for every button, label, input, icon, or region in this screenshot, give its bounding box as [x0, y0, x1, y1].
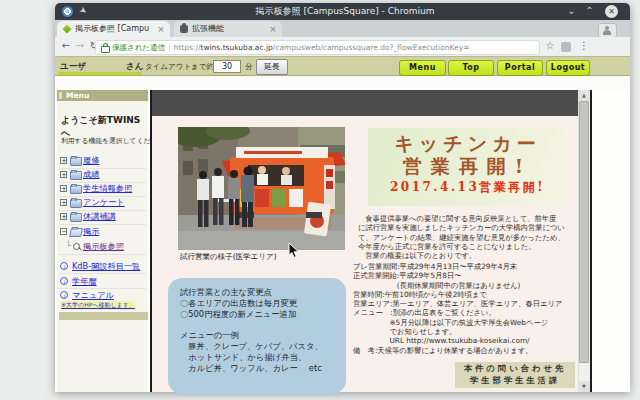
- expand-plus-icon[interactable]: +: [60, 213, 67, 220]
- info-icon: i: [60, 291, 68, 299]
- sidebar-menu: Menu ようこそ新TWINSへ 利用する機能を選択してください + 履修 + …: [57, 90, 148, 392]
- sidebar-item-grades[interactable]: + 成績: [59, 168, 146, 183]
- logout-button[interactable]: Logout: [546, 60, 590, 76]
- magnifier-icon: [73, 243, 80, 250]
- contact-box: 本件の問い合わせ先 学生部学生生活課: [455, 362, 575, 388]
- info-icon: i: [60, 277, 68, 285]
- announcement-paragraph: 食事提供事業への要望に関する意向反映策として、前年度 に試行営業を実施しましたキ…: [358, 214, 580, 260]
- extend-button[interactable]: 延長: [256, 59, 288, 75]
- sidebar-link[interactable]: 学生情報参照: [83, 183, 132, 194]
- tab-label: 掲示板参照 [Campu: [75, 23, 153, 35]
- security-label: 保護された通信: [112, 41, 165, 54]
- minutes-label: 分: [245, 62, 253, 72]
- address-bar: ← → ↻ 保護された通信|https://twins.tsukuba.ac.j…: [55, 37, 630, 57]
- tab-close-icon[interactable]: ×: [156, 23, 166, 35]
- url-path: /campusweb/campussquare.do?_flowExecutio…: [273, 41, 470, 54]
- expand-plus-icon[interactable]: +: [60, 171, 67, 178]
- sidebar-link[interactable]: 成績: [83, 169, 99, 180]
- window-title: 掲示板参照 [CampusSquare] - Chromium: [175, 5, 515, 18]
- sidebar-item-kdb[interactable]: i KdB-開設科目一覧: [59, 260, 146, 274]
- forward-button[interactable]: →: [73, 39, 87, 53]
- scrollbar-thumb[interactable]: [579, 101, 589, 363]
- collapse-minus-icon[interactable]: −: [60, 228, 67, 235]
- sidebar-link[interactable]: アンケート: [83, 197, 125, 208]
- browser-window: ➤ 掲示板参照 [CampusSquare] - Chromium ⌄ ⌃ ✕ …: [55, 3, 630, 392]
- tab-strip: 掲示板参照 [Campu × 拡張機能 ×: [55, 20, 630, 37]
- kitchen-car-photo: [178, 127, 345, 250]
- folder-icon: [70, 171, 82, 180]
- tab-bulletin-board[interactable]: 掲示板参照 [Campu ×: [57, 21, 170, 37]
- instruction-text: 利用する機能を選択してください: [61, 136, 164, 146]
- maximize-button[interactable]: ⌃: [583, 6, 596, 18]
- tab-extensions[interactable]: 拡張機能 ×: [174, 21, 282, 37]
- banner-line2: 営業再開!: [368, 155, 567, 178]
- folder-icon: [70, 213, 82, 222]
- portal-toolbar: ユーザ さん タイムアウトまで約 30 分 延長 Menu Off Top Me…: [55, 56, 630, 76]
- folder-icon: [70, 185, 82, 194]
- page-body: Menu ようこそ新TWINSへ 利用する機能を選択してください + 履修 + …: [55, 90, 630, 392]
- desktop: ➤ 掲示板参照 [CampusSquare] - Chromium ⌄ ⌃ ✕ …: [0, 0, 640, 400]
- banner-line1: キッチンカー: [368, 132, 567, 155]
- sidebar-item-notices[interactable]: − 掲示: [59, 225, 146, 239]
- sidebar-item-cancelled-classes[interactable]: + 休講補講: [59, 210, 146, 225]
- campussquare-favicon-icon: [62, 24, 71, 33]
- sidebar-link[interactable]: マニュアル: [72, 290, 114, 301]
- tree-elbow-icon: └: [66, 241, 71, 250]
- tab-close-icon[interactable]: ×: [268, 23, 278, 35]
- folder-icon: [70, 199, 82, 208]
- business-details: プレ営業期間:平成29年4月13日〜平成29年4月末 正式営業開始:平成29年5…: [353, 262, 585, 355]
- scroll-up-icon[interactable]: ▲: [578, 90, 590, 101]
- expand-plus-icon[interactable]: +: [60, 185, 67, 192]
- minimize-button[interactable]: ⌄: [565, 6, 578, 18]
- pin-icon: ➤: [77, 4, 92, 19]
- open-folder-icon: [69, 228, 83, 237]
- title-bar[interactable]: ➤ 掲示板参照 [CampusSquare] - Chromium ⌄ ⌃ ✕: [55, 3, 630, 20]
- expand-plus-icon[interactable]: +: [60, 199, 67, 206]
- sidebar-item-bulletin-board[interactable]: └ 掲示板参照: [59, 240, 146, 255]
- back-button[interactable]: ←: [59, 39, 73, 53]
- san-label: さん: [126, 61, 143, 73]
- close-button[interactable]: ✕: [605, 5, 618, 18]
- photo-caption: 試行営業の様子(医学エリア): [180, 252, 277, 262]
- menu-off-button[interactable]: Menu Off: [399, 60, 446, 76]
- top-menu-button[interactable]: Top Menu: [448, 60, 494, 76]
- lock-icon: [101, 46, 110, 53]
- page-margin: [55, 76, 630, 90]
- mouse-cursor: [288, 243, 300, 259]
- portal-on-button[interactable]: Portal On: [497, 60, 543, 76]
- scroll-down-icon[interactable]: ▼: [578, 381, 590, 392]
- sidebar-link-active[interactable]: 掲示板参照: [83, 241, 124, 252]
- omnibox[interactable]: 保護された通信|https://twins.tsukuba.ac.jp/camp…: [95, 40, 540, 55]
- changes-box: 試行営業との主な変更点 〇各エリアの出店数は毎月変更 〇500円程度の新メニュー…: [168, 278, 346, 394]
- koseikai-url: URL http://www.tsukuba-koseikai.com/: [353, 336, 585, 345]
- sidebar-item-courses[interactable]: + 履修: [59, 154, 146, 169]
- url-scheme: https://: [174, 41, 201, 54]
- sidebar-link[interactable]: 学年暦: [72, 276, 97, 287]
- content-frame: 試行営業の様子(医学エリア) キッチンカー 営業再開! 2017.4.13営業再…: [150, 90, 592, 392]
- extensions-favicon-icon: [180, 25, 188, 33]
- sidebar-link[interactable]: 履修: [83, 155, 99, 166]
- chromium-icon: [62, 6, 73, 17]
- menu-footer-bar: [59, 312, 148, 320]
- frame-border: [590, 90, 592, 392]
- tab-label: 拡張機能: [192, 23, 270, 35]
- sidebar-link[interactable]: KdB-開設科目一覧: [72, 261, 140, 272]
- expand-plus-icon[interactable]: +: [60, 157, 67, 164]
- banner-date-line: 2017.4.13営業再開!: [368, 178, 567, 196]
- sidebar-item-student-info[interactable]: + 学生情報参照: [59, 182, 146, 197]
- external-site-note: ※大学のHPへ移動します。: [61, 301, 135, 310]
- sidebar-item-survey[interactable]: + アンケート: [59, 196, 146, 211]
- timeout-label: タイムアウトまで約: [145, 62, 214, 72]
- bookmark-star-icon[interactable]: ☆: [543, 39, 557, 53]
- timeout-input[interactable]: 30: [213, 60, 241, 73]
- extension-icon[interactable]: [561, 42, 571, 52]
- menu-header: Menu: [57, 90, 148, 101]
- sidebar-link[interactable]: 掲示: [83, 226, 99, 237]
- url-host: twins.tsukuba.ac.jp: [200, 41, 272, 54]
- sidebar-link[interactable]: 休講補講: [83, 211, 116, 222]
- content-header-band: [152, 90, 578, 116]
- profile-button[interactable]: [598, 23, 617, 38]
- menu-header-tick: [59, 92, 62, 99]
- sidebar-item-calendar[interactable]: i 学年暦: [59, 275, 146, 289]
- menu-kebab-icon[interactable]: ⋮: [577, 39, 591, 53]
